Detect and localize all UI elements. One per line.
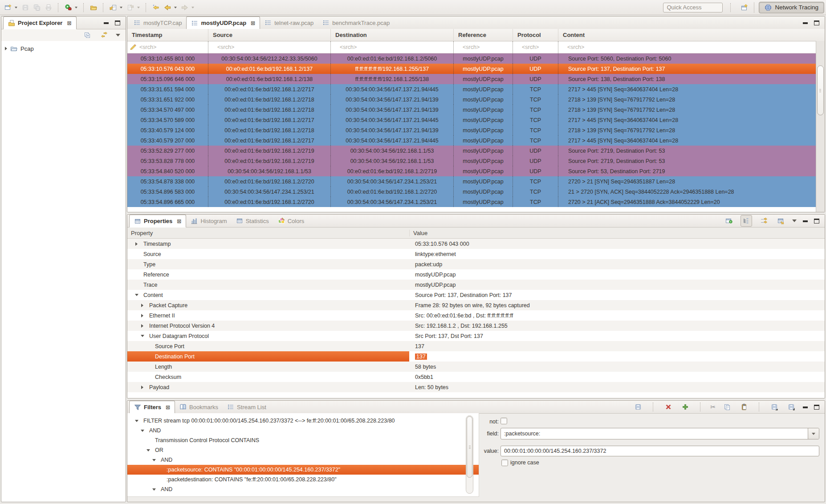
- scrollbar-thumb[interactable]: [817, 65, 824, 115]
- tab-histogram[interactable]: Histogram: [186, 215, 231, 227]
- open-trace-button[interactable]: [88, 2, 99, 13]
- tree-mode-button[interactable]: [741, 215, 752, 227]
- tree-item-pcap[interactable]: Pcap: [1, 44, 126, 53]
- tab-colors[interactable]: Colors: [273, 215, 309, 227]
- close-icon[interactable]: ⊠: [67, 20, 71, 26]
- chevron-right-icon[interactable]: [139, 386, 145, 389]
- property-name-cell[interactable]: Packet Capture: [127, 300, 409, 310]
- chevron-down-icon[interactable]: [134, 420, 139, 422]
- filter-cell-content[interactable]: <srch>: [558, 41, 817, 53]
- property-name-cell[interactable]: Internet Protocol Version 4: [127, 321, 409, 331]
- import-button[interactable]: [108, 2, 118, 13]
- tab-properties[interactable]: Properties⊠: [129, 215, 186, 228]
- property-row[interactable]: Packet CaptureFrame 28: 92 bytes on wire…: [127, 300, 825, 310]
- restore-columns-button[interactable]: [775, 215, 786, 226]
- packet-row[interactable]: 05:33:10.455 801 00000:30:54:00:34:56/21…: [127, 53, 825, 64]
- property-name-cell[interactable]: Source: [127, 249, 409, 259]
- property-row[interactable]: Sourcelinktype:ethernet: [127, 249, 825, 259]
- filter-tree-row[interactable]: :packetdestination: CONTAINS "fe:ff:20:0…: [127, 475, 479, 484]
- field-combobox[interactable]: :packetsource:: [500, 428, 819, 439]
- packet-row[interactable]: 05:33:31.651 594 00000:e0:ed:01:6e:bd/19…: [127, 84, 825, 94]
- filter-tree-row[interactable]: OR: [127, 445, 479, 455]
- packet-row[interactable]: 05:33:52.829 277 00000:e0:ed:01:6e:bd/19…: [127, 146, 825, 156]
- tab-project-explorer[interactable]: Project Explorer ⊠: [3, 16, 77, 29]
- filter-cell-destination[interactable]: <srch>: [331, 41, 454, 53]
- property-row[interactable]: ContentSource Port: 137, Destination Por…: [127, 290, 825, 300]
- close-icon[interactable]: ⊠: [166, 404, 170, 411]
- column-header-content[interactable]: Content: [558, 29, 817, 41]
- view-menu-icon[interactable]: [792, 219, 797, 222]
- vertical-scrollbar[interactable]: [816, 41, 825, 212]
- filter-tree-row[interactable]: FILTER stream tcp 00:00:01:00:00:00/145.…: [127, 416, 479, 426]
- property-name-cell[interactable]: Length: [127, 362, 409, 372]
- packet-row[interactable]: 05:33:34.570 589 00000:e0:ed:01:6e:bd/19…: [127, 115, 825, 125]
- copy-button[interactable]: [722, 402, 732, 412]
- column-header-protocol[interactable]: Protocol: [513, 29, 558, 41]
- filter-tree-row[interactable]: AND: [127, 426, 479, 435]
- not-checkbox[interactable]: [500, 418, 507, 424]
- property-name-cell[interactable]: Checksum: [127, 372, 409, 382]
- chevron-right-icon[interactable]: [5, 47, 7, 50]
- property-row[interactable]: Checksum0x5bb1: [127, 372, 825, 382]
- link-with-editor-button[interactable]: [99, 30, 110, 41]
- packet-row[interactable]: 05:33:15.096 646 00000:e0:ed:01:6e:bd/19…: [127, 74, 825, 84]
- tab-telnet-raw-pcap[interactable]: telnet-raw.pcap: [260, 16, 318, 29]
- chevron-down-icon[interactable]: [139, 430, 145, 432]
- property-row[interactable]: ReferencemostlyUDP.pcap: [127, 269, 825, 280]
- cut-icon[interactable]: ✂: [710, 404, 716, 410]
- property-name-cell[interactable]: Ethernet II: [127, 310, 409, 321]
- property-row[interactable]: Destination Port137: [127, 351, 825, 362]
- packet-row[interactable]: 05:33:10.576 043 00000:e0:ed:01:6e:bd/19…: [127, 64, 825, 74]
- run-capture-dropdown-icon[interactable]: [75, 7, 77, 8]
- property-name-cell[interactable]: Timestamp: [127, 239, 409, 249]
- packet-row[interactable]: 05:33:40.579 207 00000:e0:ed:01:6e:bd/19…: [127, 135, 825, 146]
- packet-row[interactable]: 05:33:31.651 922 00000:e0:ed:01:6e:bd/19…: [127, 94, 825, 105]
- property-name-cell[interactable]: Content: [127, 290, 409, 300]
- packet-row[interactable]: 05:33:54.896 583 00000:30:54:00:34:56/14…: [127, 187, 825, 197]
- filter-tree-row[interactable]: AND: [127, 455, 479, 465]
- chevron-down-icon[interactable]: [134, 294, 139, 296]
- chevron-right-icon[interactable]: [139, 304, 145, 307]
- column-header-destination[interactable]: Destination: [331, 29, 454, 41]
- property-row[interactable]: Ethernet IISrc: 00:e0:ed:01:6e:bd , Dst:…: [127, 310, 825, 321]
- filter-cell-timestamp[interactable]: <srch>: [127, 41, 208, 53]
- maximize-view-icon[interactable]: [814, 405, 819, 410]
- property-row[interactable]: Typepacket:udp: [127, 259, 825, 269]
- property-name-cell[interactable]: Destination Port: [127, 351, 409, 362]
- back-button[interactable]: [162, 2, 173, 13]
- minimize-view-icon[interactable]: [803, 220, 808, 222]
- tab-filters[interactable]: Filters⊠: [129, 401, 175, 414]
- filter-tree-row[interactable]: AND: [127, 484, 479, 494]
- last-edit-location-button[interactable]: [151, 2, 161, 13]
- add-filter-button[interactable]: [680, 402, 691, 412]
- property-name-cell[interactable]: Trace: [127, 280, 409, 290]
- chevron-right-icon[interactable]: [139, 324, 145, 328]
- property-name-cell[interactable]: Payload: [127, 382, 409, 392]
- filter-cell-source[interactable]: <srch>: [208, 41, 331, 53]
- minimize-view-icon[interactable]: [104, 22, 109, 24]
- filter-tree-scrollbar[interactable]: [466, 415, 473, 494]
- minimize-view-icon[interactable]: [803, 406, 808, 408]
- packet-row[interactable]: 05:33:54.840 520 00000:30:54:00:34:56/19…: [127, 166, 825, 176]
- run-capture-button[interactable]: [63, 2, 73, 13]
- pin-view-button[interactable]: [724, 215, 734, 226]
- packet-row[interactable]: 05:33:54.896 665 00000:e0:ed:01:6e:bd/19…: [127, 197, 825, 207]
- scrollbar-thumb[interactable]: [467, 416, 472, 478]
- property-name-cell[interactable]: Source Port: [127, 341, 409, 351]
- close-icon[interactable]: ⊠: [251, 20, 255, 26]
- property-name-cell[interactable]: User Datagram Protocol: [127, 331, 409, 341]
- maximize-view-icon[interactable]: [115, 20, 120, 25]
- tab-mostlyudp-pcap[interactable]: mostlyUDP.pcap⊠: [186, 16, 260, 29]
- packet-row[interactable]: 05:33:34.570 497 00000:e0:ed:01:6e:bd/19…: [127, 105, 825, 115]
- column-header-source[interactable]: Source: [208, 29, 331, 41]
- minimize-view-icon[interactable]: [803, 22, 808, 24]
- chevron-right-icon[interactable]: [139, 314, 145, 317]
- chevron-down-icon[interactable]: [151, 459, 157, 461]
- property-name-cell[interactable]: Type: [127, 259, 409, 269]
- paste-button[interactable]: [739, 402, 749, 412]
- delete-filter-button[interactable]: [663, 402, 674, 412]
- chevron-down-icon[interactable]: [139, 335, 145, 337]
- chevron-down-icon[interactable]: [151, 488, 157, 491]
- close-icon[interactable]: ⊠: [177, 218, 181, 224]
- property-row[interactable]: Timestamp05:33:10.576 043 000: [127, 239, 825, 249]
